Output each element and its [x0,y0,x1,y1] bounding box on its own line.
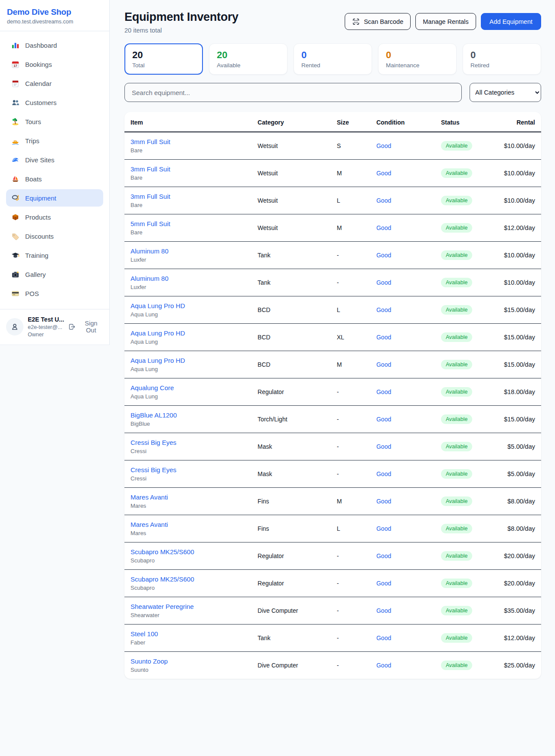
item-link[interactable]: Shearwater Peregrine [131,603,194,610]
item-link[interactable]: Aluminum 80 [131,275,169,282]
condition-link[interactable]: Good [376,170,391,177]
sidebar-item-pos[interactable]: POS [6,285,103,302]
sidebar-item-boats[interactable]: Boats [6,170,103,187]
item-brand: Aqua Lung [131,311,245,318]
condition-link[interactable]: Good [376,224,391,231]
stat-card-rented[interactable]: 0 Rented [294,43,372,75]
item-brand: Shearwater [131,612,245,618]
sidebar-item-customers[interactable]: Customers [6,94,103,111]
status-badge: Available [441,387,473,397]
col-size: Size [331,112,370,132]
stat-value: 0 [470,49,533,61]
item-link[interactable]: Mares Avanti [131,521,168,528]
condition-link[interactable]: Good [376,252,391,259]
item-category: Dive Computer [251,597,331,625]
stat-label: Maintenance [386,62,449,69]
item-size: S [331,132,370,160]
avatar [6,318,23,335]
item-rental: $5.00/day [491,433,541,460]
condition-link[interactable]: Good [376,525,391,532]
item-link[interactable]: Aqualung Core [131,384,174,391]
item-size: L [331,296,370,324]
item-link[interactable]: Scubapro MK25/S600 [131,548,194,555]
item-link[interactable]: Aqua Lung Pro HD [131,302,185,309]
gallery-icon [11,270,20,279]
sidebar-item-bookings[interactable]: Bookings [6,56,103,73]
add-equipment-button[interactable]: Add Equipment [481,13,541,30]
status-badge: Available [441,305,473,315]
brand-title: Demo Dive Shop [7,7,102,17]
condition-link[interactable]: Good [376,361,391,368]
sidebar-item-calendar[interactable]: Calendar [6,75,103,92]
condition-link[interactable]: Good [376,580,391,587]
stat-card-available[interactable]: 20 Available [209,43,287,75]
sign-out-button[interactable]: Sign Out [68,320,103,334]
item-category: BCD [251,296,331,324]
manage-rentals-button[interactable]: Manage Rentals [415,13,476,30]
scan-barcode-button[interactable]: Scan Barcode [345,13,411,30]
condition-link[interactable]: Good [376,197,391,204]
condition-link[interactable]: Good [376,334,391,341]
item-link[interactable]: Steel 100 [131,630,158,638]
search-input[interactable] [124,83,462,102]
condition-link[interactable]: Good [376,470,391,477]
status-badge: Available [441,442,473,451]
stat-card-total[interactable]: 20 Total [124,43,203,75]
sidebar-item-equipment[interactable]: Equipment [6,189,103,207]
item-link[interactable]: Cressi Big Eyes [131,439,176,446]
item-link[interactable]: BigBlue AL1200 [131,411,177,419]
item-category: Regulator [251,570,331,597]
item-link[interactable]: 5mm Full Suit [131,220,170,227]
sidebar-item-products[interactable]: Products [6,208,103,226]
condition-link[interactable]: Good [376,607,391,614]
brand-domain: demo.test.divestreams.com [7,19,102,25]
sidebar-item-tours[interactable]: Tours [6,113,103,130]
item-rental: $15.00/day [491,351,541,378]
sidebar-item-dashboard[interactable]: Dashboard [6,36,103,54]
calendar-icon [11,79,20,88]
sidebar-item-discounts[interactable]: Discounts [6,227,103,245]
item-link[interactable]: Cressi Big Eyes [131,466,176,473]
sidebar-item-dive-sites[interactable]: Dive Sites [6,151,103,168]
sidebar-item-training[interactable]: Training [6,247,103,264]
stat-label: Total [132,62,195,69]
condition-link[interactable]: Good [376,552,391,559]
condition-link[interactable]: Good [376,662,391,669]
condition-link[interactable]: Good [376,443,391,450]
dashboard-icon [11,41,20,49]
condition-link[interactable]: Good [376,306,391,313]
item-rental: $25.00/day [491,652,541,679]
brand-link[interactable]: Demo Dive Shop demo.test.divestreams.com [0,0,109,31]
stat-card-retired[interactable]: 0 Retired [463,43,541,75]
item-link[interactable]: Scubapro MK25/S600 [131,575,194,583]
condition-link[interactable]: Good [376,279,391,286]
item-link[interactable]: 3mm Full Suit [131,193,170,200]
item-size: - [331,269,370,296]
sign-out-label: Sign Out [79,320,103,334]
products-icon [11,213,20,221]
condition-link[interactable]: Good [376,388,391,395]
item-link[interactable]: Suunto Zoop [131,657,168,665]
item-link[interactable]: Aluminum 80 [131,247,169,255]
item-link[interactable]: 3mm Full Suit [131,138,170,145]
logout-icon [68,323,76,331]
condition-link[interactable]: Good [376,416,391,423]
category-select[interactable]: All Categories [470,83,541,102]
item-link[interactable]: Aqua Lung Pro HD [131,329,185,337]
item-category: Wetsuit [251,132,331,160]
condition-link[interactable]: Good [376,142,391,149]
sidebar-item-gallery[interactable]: Gallery [6,266,103,283]
stat-card-maintenance[interactable]: 0 Maintenance [378,43,457,75]
item-category: Dive Computer [251,652,331,679]
item-category: Regulator [251,378,331,406]
item-rental: $10.00/day [491,132,541,160]
item-link[interactable]: Aqua Lung Pro HD [131,357,185,364]
condition-link[interactable]: Good [376,634,391,641]
item-category: Wetsuit [251,187,331,214]
condition-link[interactable]: Good [376,498,391,505]
item-rental: $10.00/day [491,242,541,269]
item-link[interactable]: Mares Avanti [131,493,168,501]
sidebar-item-trips[interactable]: Trips [6,132,103,149]
status-badge: Available [441,168,473,178]
item-link[interactable]: 3mm Full Suit [131,165,170,173]
